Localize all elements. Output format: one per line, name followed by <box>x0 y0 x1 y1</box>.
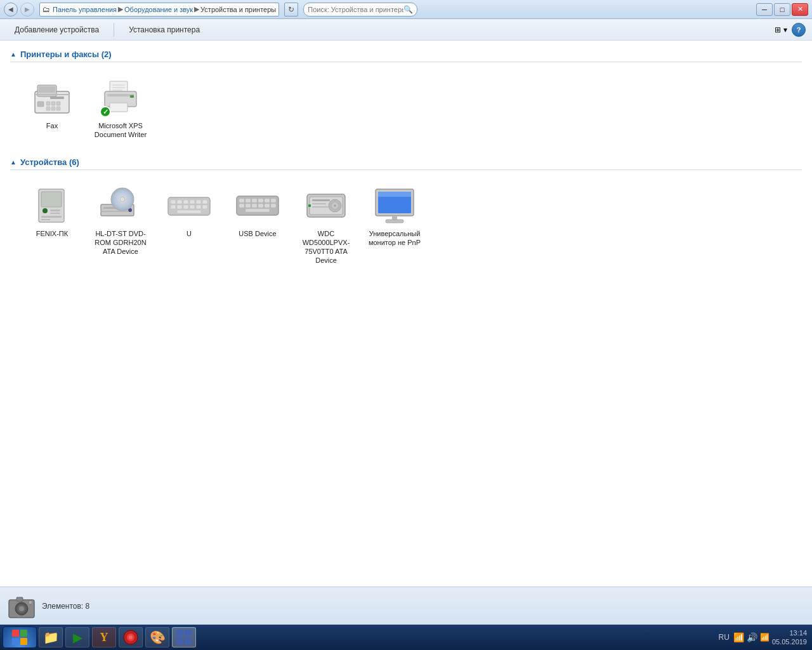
svg-rect-81 <box>29 601 32 604</box>
wdc-label: WDC WD5000LPVX-75V0TT0 ATA Device <box>297 229 355 265</box>
system-tray: RU 📶 🔊 📶 <box>719 632 769 642</box>
usb-keyboard-icon <box>235 185 280 227</box>
toolbar: Добавление устройства Установка принтера… <box>0 19 812 41</box>
device-fax[interactable]: Fax <box>20 72 84 145</box>
svg-rect-3 <box>50 96 64 99</box>
svg-rect-61 <box>246 209 270 212</box>
devices-grid: FENIX-ПК <box>10 175 802 281</box>
toolbar-right-controls: ⊞ ▾ ? <box>773 22 806 38</box>
device-fenix[interactable]: FENIX-ПК <box>20 180 84 270</box>
fenix-label: FENIX-ПК <box>36 229 68 238</box>
svg-rect-18 <box>130 95 134 98</box>
svg-rect-55 <box>239 204 244 208</box>
fax-icon <box>30 77 74 119</box>
svg-rect-50 <box>246 199 251 202</box>
xps-printer-label: Microsoft XPS Document Writer <box>91 121 150 140</box>
tray-network-icon: 📶 <box>733 632 744 642</box>
sep1: ▶ <box>118 5 123 13</box>
svg-rect-92 <box>185 638 192 645</box>
sep2: ▶ <box>194 5 199 13</box>
taskbar-app-explorer[interactable]: 📁 <box>39 627 63 647</box>
svg-rect-44 <box>190 205 195 209</box>
taskbar-right: RU 📶 🔊 📶 13:14 05.05.2019 <box>719 628 809 647</box>
svg-rect-5 <box>46 102 50 105</box>
help-button[interactable]: ? <box>792 23 806 37</box>
svg-rect-58 <box>258 204 263 208</box>
svg-rect-49 <box>239 199 244 202</box>
usb-label: USB Device <box>239 229 276 238</box>
addressbar[interactable]: 🗂 Панель управления ▶ Оборудование и зву… <box>39 3 279 17</box>
svg-rect-67 <box>312 199 330 201</box>
svg-rect-9 <box>51 107 55 110</box>
svg-rect-40 <box>202 200 207 204</box>
svg-rect-68 <box>312 203 326 204</box>
svg-rect-51 <box>252 199 257 202</box>
tray-lang: RU <box>719 633 730 642</box>
svg-rect-45 <box>196 205 201 209</box>
main-content: ▲ Принтеры и факсы (2) <box>0 41 812 587</box>
device-u[interactable]: U <box>157 180 221 270</box>
maximize-button[interactable]: □ <box>774 3 790 16</box>
status-count: Элементов: 8 <box>42 602 89 611</box>
svg-rect-70 <box>308 204 311 207</box>
svg-rect-8 <box>46 107 50 110</box>
svg-point-79 <box>19 606 24 611</box>
default-printer-badge: ✓ <box>100 106 111 117</box>
svg-rect-25 <box>41 216 62 218</box>
svg-rect-53 <box>265 199 270 202</box>
taskbar-app-yandex[interactable]: Y <box>92 627 116 647</box>
svg-rect-74 <box>392 216 397 220</box>
svg-rect-21 <box>41 192 62 207</box>
titlebar: ◀ ▶ 🗂 Панель управления ▶ Оборудование и… <box>0 0 812 19</box>
svg-rect-35 <box>171 200 176 204</box>
device-usb[interactable]: USB Device <box>226 180 289 270</box>
svg-rect-47 <box>177 210 201 213</box>
svg-rect-4 <box>37 102 44 107</box>
svg-rect-24 <box>50 213 60 214</box>
taskbar-app-tools[interactable]: 🎨 <box>145 627 169 647</box>
svg-rect-23 <box>50 209 60 211</box>
devices-section-header[interactable]: ▲ Устройства (6) <box>10 155 802 170</box>
breadcrumb-part1[interactable]: Панель управления <box>53 6 117 13</box>
refresh-button[interactable]: ↻ <box>284 3 298 17</box>
svg-rect-54 <box>271 199 276 202</box>
taskbar-app-settings[interactable] <box>172 627 196 647</box>
device-monitor[interactable]: Универсальный монитор не PnP <box>363 180 426 270</box>
minimize-button[interactable]: ─ <box>756 3 773 16</box>
titlebar-nav: ◀ ▶ 🗂 Панель управления ▶ Оборудование и… <box>4 3 417 17</box>
forward-button[interactable]: ▶ <box>20 3 34 17</box>
svg-point-33 <box>121 198 124 201</box>
taskbar-app-media[interactable]: ▶ <box>65 627 89 647</box>
svg-rect-85 <box>20 638 27 645</box>
svg-rect-30 <box>101 211 129 212</box>
taskbar-app-redcircle[interactable] <box>119 627 143 647</box>
dvd-label: HL-DT-ST DVD-ROM GDRH20N ATA Device <box>91 229 150 256</box>
devices-section-label: Устройства (6) <box>20 157 79 167</box>
printers-collapse-arrow: ▲ <box>10 51 16 58</box>
svg-rect-46 <box>202 205 207 209</box>
svg-rect-26 <box>41 219 50 220</box>
start-button[interactable] <box>3 627 37 648</box>
search-input[interactable] <box>308 6 403 13</box>
svg-rect-37 <box>183 200 188 204</box>
breadcrumb-part2[interactable]: Оборудование и звук <box>124 6 193 13</box>
device-xps-printer[interactable]: ✓ Microsoft XPS Document Writer <box>89 72 152 145</box>
add-device-button[interactable]: Добавление устройства <box>6 22 107 38</box>
svg-rect-39 <box>196 200 201 204</box>
svg-rect-83 <box>20 630 27 637</box>
system-clock[interactable]: 13:14 05.05.2019 <box>772 628 807 647</box>
svg-rect-43 <box>183 205 188 209</box>
printers-section-header[interactable]: ▲ Принтеры и факсы (2) <box>10 47 802 62</box>
close-button[interactable]: ✕ <box>792 3 808 16</box>
svg-rect-36 <box>177 200 182 204</box>
device-dvd[interactable]: HL-DT-ST DVD-ROM GDRH20N ATA Device <box>89 180 152 270</box>
svg-point-66 <box>334 204 336 207</box>
tray-signal-icon: 📶 <box>760 633 769 642</box>
svg-rect-38 <box>190 200 195 204</box>
view-options-button[interactable]: ⊞ ▾ <box>773 22 789 38</box>
svg-rect-75 <box>386 220 403 223</box>
install-printer-button[interactable]: Установка принтера <box>121 22 208 38</box>
device-wdc[interactable]: WDC WD5000LPVX-75V0TT0 ATA Device <box>294 180 358 270</box>
svg-rect-73 <box>378 192 411 197</box>
back-button[interactable]: ◀ <box>4 3 18 17</box>
